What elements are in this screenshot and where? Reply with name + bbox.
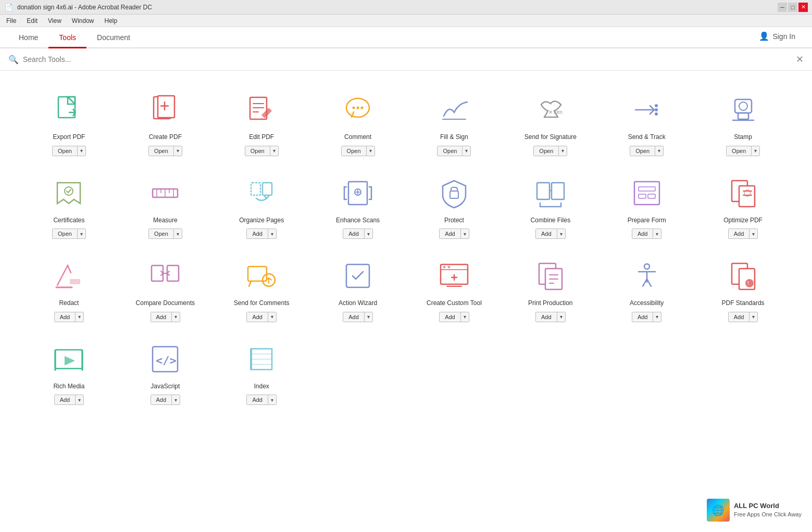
print-production-btn-arrow[interactable]: ▾ [557, 312, 565, 322]
send-for-signature-btn-arrow[interactable]: ▾ [559, 146, 567, 156]
javascript-btn-arrow[interactable]: ▾ [172, 395, 180, 404]
tab-tools[interactable]: Tools [48, 28, 86, 48]
menu-item-window[interactable]: Window [68, 16, 98, 26]
close-button[interactable]: ✕ [798, 3, 808, 12]
comment-btn-arrow[interactable]: ▾ [367, 146, 374, 156]
tab-document[interactable]: Document [86, 28, 141, 48]
tool-item-fill-sign[interactable]: Fill & SignOpen▾ [406, 81, 503, 164]
tool-item-enhance-scans[interactable]: Enhance ScansAdd▾ [310, 164, 406, 248]
optimize-pdf-btn-main[interactable]: Add [729, 229, 750, 238]
organize-pages-btn-main[interactable]: Add [247, 229, 268, 238]
comment-btn-main[interactable]: Open [342, 146, 367, 156]
fill-sign-btn-arrow[interactable]: ▾ [463, 146, 470, 156]
tool-item-index[interactable]: IndexAdd▾ [214, 331, 310, 414]
certificates-btn-main[interactable]: Open [53, 229, 78, 238]
export-pdf-btn-main[interactable]: Open [53, 146, 78, 156]
protect-btn-main[interactable]: Add [440, 229, 461, 238]
sign-in-button[interactable]: 👤 Sign In [751, 27, 804, 45]
create-custom-tool-btn-arrow[interactable]: ▾ [461, 312, 469, 322]
compare-documents-btn-main[interactable]: Add [151, 312, 172, 322]
tool-item-protect[interactable]: ProtectAdd▾ [406, 164, 503, 248]
redact-btn-arrow[interactable]: ▾ [76, 312, 83, 322]
redact-btn-main[interactable]: Add [55, 312, 76, 322]
javascript-btn-main[interactable]: Add [151, 395, 172, 404]
tool-item-action-wizard[interactable]: Action WizardAdd▾ [310, 247, 406, 331]
maximize-button[interactable]: □ [788, 3, 797, 12]
enhance-scans-btn-main[interactable]: Add [343, 229, 365, 238]
create-custom-tool-btn-main[interactable]: Add [440, 312, 461, 322]
window-title: donation sign 4x6.ai - Adobe Acrobat Rea… [17, 4, 152, 11]
compare-documents-btn-group: Add▾ [151, 312, 181, 322]
menu-item-edit[interactable]: Edit [22, 16, 42, 26]
menu-item-file[interactable]: File [2, 16, 20, 26]
send-for-comments-btn-main[interactable]: Add [247, 312, 268, 322]
prepare-form-icon [629, 175, 665, 211]
search-clear-button[interactable]: ✕ [796, 54, 804, 65]
pdf-standards-btn-arrow[interactable]: ▾ [749, 312, 757, 322]
minimize-button[interactable]: ─ [778, 3, 787, 12]
combine-files-btn-arrow[interactable]: ▾ [557, 229, 565, 238]
action-wizard-btn-main[interactable]: Add [343, 312, 365, 322]
tool-item-organize-pages[interactable]: Organize PagesAdd▾ [214, 164, 310, 248]
rich-media-btn-main[interactable]: Add [55, 395, 76, 404]
protect-btn-arrow[interactable]: ▾ [461, 229, 469, 238]
index-btn-arrow[interactable]: ▾ [268, 395, 276, 404]
tool-item-send-for-signature[interactable]: ✕ ken Send for SignatureOpen▾ [502, 81, 598, 164]
create-pdf-btn-main[interactable]: Open [149, 146, 174, 156]
measure-btn-main[interactable]: Open [149, 229, 174, 238]
tool-item-print-production[interactable]: Print ProductionAdd▾ [502, 247, 598, 331]
edit-pdf-btn-main[interactable]: Open [245, 146, 270, 156]
tool-item-prepare-form[interactable]: Prepare FormAdd▾ [598, 164, 695, 248]
prepare-form-btn-arrow[interactable]: ▾ [653, 229, 661, 238]
pdf-standards-icon: ! [725, 258, 761, 294]
stamp-btn-arrow[interactable]: ▾ [752, 146, 759, 156]
edit-pdf-btn-arrow[interactable]: ▾ [270, 146, 278, 156]
send-track-btn-main[interactable]: Open [630, 146, 655, 156]
svg-point-33 [357, 191, 359, 193]
stamp-btn-main[interactable]: Open [727, 146, 752, 156]
tool-item-comment[interactable]: CommentOpen▾ [310, 81, 406, 164]
prepare-form-btn-main[interactable]: Add [632, 229, 654, 238]
optimize-pdf-btn-arrow[interactable]: ▾ [749, 229, 757, 238]
tool-item-redact[interactable]: RedactAdd▾ [21, 247, 117, 331]
tool-item-combine-files[interactable]: Combine FilesAdd▾ [502, 164, 598, 248]
tool-item-javascript[interactable]: </> JavaScriptAdd▾ [117, 331, 214, 414]
menu-item-view[interactable]: View [44, 16, 66, 26]
tool-item-create-pdf[interactable]: Create PDFOpen▾ [117, 81, 214, 164]
tab-home[interactable]: Home [8, 28, 48, 48]
measure-btn-arrow[interactable]: ▾ [174, 229, 182, 238]
accessibility-btn-arrow[interactable]: ▾ [653, 312, 661, 322]
tool-item-pdf-standards[interactable]: ! PDF StandardsAdd▾ [695, 247, 791, 331]
enhance-scans-btn-arrow[interactable]: ▾ [365, 229, 372, 238]
tool-item-export-pdf[interactable]: Export PDFOpen▾ [21, 81, 117, 164]
tool-item-compare-documents[interactable]: Compare DocumentsAdd▾ [117, 247, 214, 331]
export-pdf-btn-arrow[interactable]: ▾ [78, 146, 85, 156]
tool-item-measure[interactable]: MeasureOpen▾ [117, 164, 214, 248]
create-pdf-btn-arrow[interactable]: ▾ [174, 146, 182, 156]
send-track-btn-arrow[interactable]: ▾ [655, 146, 663, 156]
tool-item-certificates[interactable]: CertificatesOpen▾ [21, 164, 117, 248]
tool-item-optimize-pdf[interactable]: Optimize PDFAdd▾ [695, 164, 791, 248]
organize-pages-btn-arrow[interactable]: ▾ [268, 229, 276, 238]
tool-item-accessibility[interactable]: AccessibilityAdd▾ [598, 247, 695, 331]
tool-item-create-custom-tool[interactable]: Create Custom ToolAdd▾ [406, 247, 503, 331]
send-for-signature-btn-main[interactable]: Open [534, 146, 559, 156]
send-for-comments-btn-arrow[interactable]: ▾ [268, 312, 276, 322]
tool-item-edit-pdf[interactable]: Edit PDFOpen▾ [214, 81, 310, 164]
compare-documents-btn-arrow[interactable]: ▾ [172, 312, 180, 322]
fill-sign-btn-main[interactable]: Open [438, 146, 463, 156]
certificates-btn-arrow[interactable]: ▾ [78, 229, 85, 238]
search-input[interactable] [23, 55, 792, 64]
tool-item-rich-media[interactable]: Rich MediaAdd▾ [21, 331, 117, 414]
combine-files-btn-main[interactable]: Add [536, 229, 557, 238]
tool-item-send-track[interactable]: Send & TrackOpen▾ [598, 81, 695, 164]
accessibility-btn-main[interactable]: Add [632, 312, 654, 322]
pdf-standards-btn-main[interactable]: Add [729, 312, 750, 322]
tool-item-send-for-comments[interactable]: Send for CommentsAdd▾ [214, 247, 310, 331]
tool-item-stamp[interactable]: StampOpen▾ [695, 81, 791, 164]
menu-item-help[interactable]: Help [101, 16, 122, 26]
action-wizard-btn-arrow[interactable]: ▾ [365, 312, 372, 322]
rich-media-btn-arrow[interactable]: ▾ [76, 395, 83, 404]
print-production-btn-main[interactable]: Add [536, 312, 557, 322]
index-btn-main[interactable]: Add [247, 395, 268, 404]
